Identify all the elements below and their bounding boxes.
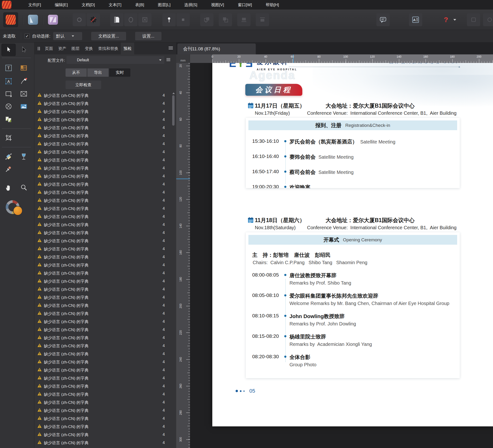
warning-row[interactable]: 缺少语言 (zh-CN) 的字典4 <box>34 318 176 326</box>
canvas-viewport[interactable]: EYE 爱尔眼科 AIER EYE HOSPITAL 国际视网膜高峰论坛·202… <box>190 63 493 448</box>
menu-item-0[interactable]: 文件[F] <box>21 0 48 10</box>
menu-item-9[interactable]: 帮助[H] <box>259 0 286 10</box>
pause-icon[interactable] <box>38 47 40 50</box>
zoom-tool[interactable] <box>17 183 30 194</box>
panel-menu-icon[interactable] <box>168 46 173 49</box>
warning-row[interactable]: 缺少语言 (zh-CN) 的字典4 <box>34 205 176 213</box>
text-style-button[interactable]: A <box>409 13 422 26</box>
pen-tool[interactable] <box>17 76 30 87</box>
pin-button[interactable] <box>162 13 176 26</box>
warning-row[interactable]: 缺少语言 (zh-CN) 的字典4 <box>34 156 176 164</box>
menu-item-7[interactable]: 视图[V] <box>204 0 231 10</box>
publisher-persona-button[interactable] <box>3 12 18 27</box>
warning-row[interactable]: 缺少语言 (zh-CN) 的字典4 <box>34 398 176 406</box>
assistant-button[interactable] <box>376 13 390 26</box>
warning-row[interactable]: 缺少语言 (zh-CN) 的字典4 <box>34 301 176 310</box>
check-mode-0[interactable]: 从不 <box>66 69 87 77</box>
warning-row[interactable]: 缺少语言 (zh-CN) 的字典4 <box>34 366 176 374</box>
snapping-button[interactable] <box>73 13 86 26</box>
photo-persona-button[interactable] <box>45 12 60 27</box>
warning-row[interactable]: 缺少语言 (zh-CN) 的字典4 <box>34 406 176 414</box>
picture-frame-tool[interactable] <box>17 89 30 100</box>
menu-item-3[interactable]: 文本[T] <box>102 0 128 10</box>
table-tool[interactable] <box>17 63 30 74</box>
arrange-button-4[interactable] <box>256 13 269 26</box>
app-logo-icon[interactable] <box>2 1 11 9</box>
check-mode-1[interactable]: 导出 <box>87 69 109 77</box>
warning-row[interactable]: 缺少语言 (zh-CN) 的字典4 <box>34 261 176 269</box>
vertical-ruler[interactable]: 2040608010012014016018020022024026028030… <box>176 63 190 448</box>
anchor-square-button[interactable] <box>177 13 190 26</box>
help-dropdown[interactable] <box>453 13 456 26</box>
menu-item-6[interactable]: 选择[S] <box>177 0 204 10</box>
warning-row[interactable]: 缺少语言 (zh-CN) 的字典4 <box>34 172 176 180</box>
menu-item-2[interactable]: 文档[D] <box>75 0 102 10</box>
warning-row[interactable]: 缺少语言 (zh-CN) 的字典4 <box>34 108 176 116</box>
warning-row[interactable]: 缺少语言 (zh-CN) 的字典4 <box>34 180 176 188</box>
warning-row[interactable]: 缺少语言 (zh-CN) 的字典4 <box>34 245 176 253</box>
scroll-up-icon[interactable] <box>172 92 175 94</box>
style-picker-tool[interactable] <box>17 151 30 162</box>
menu-item-8[interactable]: 窗口[W] <box>231 0 259 10</box>
auto-select-checkbox[interactable]: ✓ <box>24 34 30 39</box>
warning-row[interactable]: 缺少语言 (zh-CN) 的字典4 <box>34 358 176 366</box>
warning-row[interactable]: 缺少语言 (zh-CN) 的字典4 <box>34 140 176 148</box>
check-mode-2[interactable]: 实时 <box>109 69 130 77</box>
warning-row[interactable]: 缺少语言 (zh-CN) 的字典4 <box>34 350 176 358</box>
profile-menu-icon[interactable] <box>167 58 170 61</box>
warning-row[interactable]: 缺少语言 (zh-CN) 的字典4 <box>34 447 176 448</box>
help-button[interactable]: ? <box>439 13 453 26</box>
panel-tab-3[interactable]: 变换 <box>82 43 95 54</box>
scrollbar[interactable] <box>172 92 175 448</box>
place-image-tool[interactable] <box>17 102 30 112</box>
warning-row[interactable]: 缺少语言 (zh-CN) 的字典4 <box>34 237 176 245</box>
panel-tab-2[interactable]: 图层 <box>69 43 82 54</box>
warning-row[interactable]: 缺少语言 (zh-CN) 的字典4 <box>34 293 176 301</box>
document-pages-button[interactable] <box>110 13 123 26</box>
auto-select-dropdown[interactable]: 默认 <box>53 32 82 40</box>
warning-row[interactable]: 缺少语言 (zh-CN) 的字典4 <box>34 148 176 156</box>
warning-row[interactable]: 缺少语言 (zh-CN) 的字典4 <box>34 334 176 342</box>
arrange-button-2[interactable] <box>219 13 232 26</box>
format-brush-tool[interactable] <box>2 151 15 162</box>
scrollbar-thumb[interactable] <box>172 95 175 126</box>
warning-row[interactable]: 缺少语言 (zh-CN) 的字典4 <box>34 374 176 382</box>
warning-row[interactable]: 缺少语言 (zh-CN) 的字典4 <box>34 326 176 334</box>
warning-row[interactable]: 缺少语言 (zh-CN) 的字典4 <box>34 310 176 318</box>
warning-row[interactable]: 缺少语言 (zh-CN) 的字典4 <box>34 196 176 205</box>
warning-row[interactable]: 缺少语言 (zh-CN) 的字典4 <box>34 439 176 447</box>
warning-row[interactable]: 缺少语言 (zh-CN) 的字典4 <box>34 92 176 100</box>
arrange-button-3[interactable] <box>237 13 251 26</box>
warning-row[interactable]: 缺少语言 (zh-CN) 的字典4 <box>34 277 176 285</box>
warning-row[interactable]: 缺少语言 (zh-CN) 的字典4 <box>34 213 176 221</box>
warning-row[interactable]: 缺少语言 (zh-CN) 的字典4 <box>34 132 176 140</box>
warning-row[interactable]: 缺少语言 (zh-CN) 的字典4 <box>34 124 176 132</box>
artistic-text-tool[interactable]: A <box>2 76 15 87</box>
fill-color-swatch[interactable] <box>13 207 22 215</box>
warning-row[interactable]: 缺少语言 (zh-CN) 的字典4 <box>34 414 176 423</box>
view-tool[interactable] <box>2 183 15 194</box>
warning-row[interactable]: 缺少语言 (zh-CN) 的字典4 <box>34 269 176 277</box>
panel-tab-4[interactable]: 查找和替换 <box>95 43 121 54</box>
document-page[interactable]: EYE 爱尔眼科 AIER EYE HOSPITAL 国际视网膜高峰论坛·202… <box>212 63 493 426</box>
arrange-button-1[interactable] <box>200 13 213 26</box>
warning-row[interactable]: 缺少语言 (zh-CN) 的字典4 <box>34 431 176 439</box>
move-tool[interactable] <box>1 44 16 56</box>
check-now-button[interactable]: 立即检查 <box>66 80 101 89</box>
cancel-x-button[interactable] <box>138 13 152 26</box>
warning-row[interactable]: 缺少语言 (zh-CN) 的字典4 <box>34 390 176 398</box>
settings-button[interactable]: 设置... <box>135 32 161 40</box>
ruler-unit[interactable]: mm <box>176 54 190 63</box>
preflight-gear-button[interactable] <box>87 13 100 26</box>
menu-item-4[interactable]: 表[B] <box>128 0 151 10</box>
oval-placeholder-button[interactable] <box>124 13 137 26</box>
menu-item-5[interactable]: 图层[L] <box>151 0 177 10</box>
profile-dropdown[interactable]: Default <box>67 56 164 64</box>
panel-tab-5[interactable]: 预检 <box>121 43 134 54</box>
warning-row[interactable]: 缺少语言 (zh-CN) 的字典4 <box>34 221 176 229</box>
warning-row[interactable]: 缺少语言 (zh-CN) 的字典4 <box>34 382 176 390</box>
node-tool[interactable] <box>17 45 30 55</box>
designer-persona-button[interactable] <box>26 12 40 27</box>
horizontal-ruler[interactable]: 020406080100120140160180200 <box>190 54 493 63</box>
warning-row[interactable]: 缺少语言 (zh-CN) 的字典4 <box>34 423 176 431</box>
